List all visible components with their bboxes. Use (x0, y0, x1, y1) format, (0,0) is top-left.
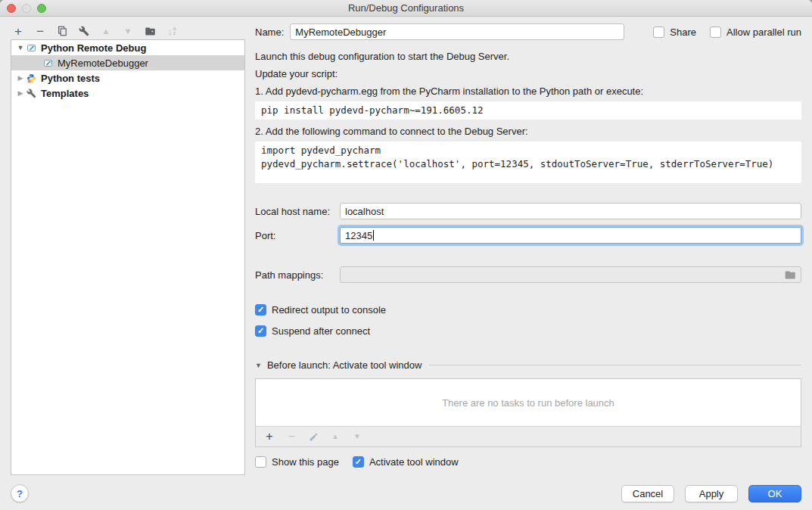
tree-item-label: MyRemoteDebugger (58, 58, 148, 69)
remove-task-button[interactable]: − (285, 431, 297, 443)
collapse-triangle-icon[interactable]: ▼ (255, 362, 262, 369)
remove-configuration-button[interactable]: − (34, 25, 46, 37)
cancel-button[interactable]: Cancel (621, 485, 674, 502)
add-task-button[interactable]: + (263, 431, 275, 443)
move-up-icon: ▲ (331, 433, 339, 440)
allow-parallel-run-label: Allow parallel run (726, 26, 801, 38)
edit-task-button[interactable] (307, 431, 319, 443)
minimize-window-button[interactable] (22, 4, 31, 13)
step1-text: 1. Add pydevd-pycharm.egg from the PyCha… (255, 86, 801, 97)
activate-tool-window-checkbox[interactable]: ✓ (353, 456, 364, 468)
redirect-output-label: Redirect output to console (272, 304, 386, 316)
folder-icon (785, 270, 796, 280)
collapse-arrow-icon[interactable]: ▶ (16, 89, 25, 97)
share-checkbox-group[interactable]: Share (653, 26, 696, 38)
copy-configuration-button[interactable] (56, 25, 68, 37)
apply-button[interactable]: Apply (685, 485, 738, 502)
zoom-window-button[interactable] (37, 4, 46, 13)
suspend-after-connect-label: Suspend after connect (272, 325, 370, 337)
section-divider (429, 365, 801, 365)
tasks-toolbar: + − ▲ ▼ (256, 426, 801, 446)
move-task-up-button[interactable]: ▲ (329, 431, 341, 443)
move-down-icon: ▼ (124, 27, 132, 36)
dialog-buttons: Cancel Apply OK (621, 485, 801, 502)
settrace-code-line1: import pydevd_pycharm (261, 144, 795, 157)
new-folder-icon (145, 26, 156, 37)
show-this-page-checkbox[interactable] (255, 456, 266, 468)
page-options-row: Show this page ✓ Activate tool window (255, 456, 801, 468)
tree-item-myremotedebugger[interactable]: MyRemoteDebugger (11, 55, 244, 70)
path-mappings-label: Path mappings: (255, 269, 340, 281)
intro-text: Launch this debug configuration to start… (255, 51, 801, 62)
move-task-down-button[interactable]: ▼ (351, 431, 363, 443)
local-host-name-label: Local host name: (255, 206, 340, 217)
title-bar[interactable]: Run/Debug Configurations (0, 0, 812, 17)
window-controls (7, 4, 46, 13)
tree-item-label: Python Remote Debug (41, 42, 146, 54)
create-folder-button[interactable] (144, 25, 156, 37)
sort-alphabetically-icon: ↓ (167, 26, 173, 36)
before-launch-tasks-panel: There are no tasks to run before launch … (255, 378, 801, 447)
tree-item-templates[interactable]: ▶ Templates (11, 86, 244, 101)
show-this-page-label: Show this page (272, 456, 339, 468)
sort-configurations-button[interactable]: ↓ az (166, 25, 178, 37)
remove-icon: − (288, 431, 294, 443)
wrench-icon (79, 26, 89, 36)
check-icon: ✓ (257, 327, 264, 335)
close-window-button[interactable] (7, 4, 16, 13)
pip-install-code: pip install pydevd-pycharm~=191.6605.12 (255, 101, 801, 120)
remove-icon: − (36, 25, 44, 38)
port-label: Port: (255, 230, 340, 241)
move-down-button[interactable]: ▼ (122, 25, 134, 37)
collapse-arrow-icon[interactable]: ▶ (16, 74, 25, 82)
run-debug-configurations-dialog: Run/Debug Configurations + − ▲ ▼ ↓ az ▼ … (0, 0, 812, 510)
edit-templates-button[interactable] (78, 25, 90, 37)
port-value: 12345 (345, 230, 372, 241)
check-icon: ✓ (257, 306, 264, 314)
before-launch-label: Before launch: Activate tool window (267, 359, 422, 371)
pencil-icon (309, 432, 319, 442)
suspend-after-connect-row[interactable]: ✓ Suspend after connect (255, 325, 801, 337)
name-label: Name: (255, 26, 284, 38)
ok-button[interactable]: OK (748, 485, 801, 502)
update-script-text: Update your script: (255, 68, 801, 79)
path-mappings-input (340, 266, 801, 283)
wrench-icon (26, 89, 38, 98)
help-icon: ? (17, 488, 23, 499)
redirect-output-row[interactable]: ✓ Redirect output to console (255, 304, 801, 316)
local-host-name-input[interactable] (340, 203, 801, 219)
share-checkbox[interactable] (653, 26, 664, 38)
settrace-code: import pydevd_pycharm pydevd_pycharm.set… (255, 141, 801, 183)
tree-item-python-remote-debug[interactable]: ▼ Python Remote Debug (11, 40, 244, 55)
expand-arrow-icon[interactable]: ▼ (16, 44, 25, 51)
configurations-toolbar: + − ▲ ▼ ↓ az (12, 23, 178, 39)
allow-parallel-run-checkbox[interactable] (710, 26, 721, 38)
name-input[interactable] (290, 23, 624, 40)
move-down-icon: ▼ (353, 433, 361, 440)
configuration-form: Name: Share Allow parallel run Launch th… (255, 23, 801, 468)
port-input[interactable]: 12345 (340, 227, 801, 244)
before-launch-header[interactable]: ▼ Before launch: Activate tool window (255, 359, 801, 371)
share-label: Share (670, 26, 696, 38)
configurations-tree: ▼ Python Remote Debug MyRemoteDebugger ▶… (11, 39, 245, 475)
check-icon: ✓ (355, 458, 362, 466)
run-config-icon (26, 43, 38, 53)
step2-text: 2. Add the following command to connect … (255, 126, 801, 137)
allow-parallel-run-checkbox-group[interactable]: Allow parallel run (710, 26, 801, 38)
move-up-button[interactable]: ▲ (100, 25, 112, 37)
tree-item-label: Templates (41, 88, 89, 99)
add-configuration-button[interactable]: + (12, 25, 24, 37)
copy-icon (57, 26, 67, 36)
suspend-after-connect-checkbox[interactable]: ✓ (255, 325, 266, 337)
tree-item-python-tests[interactable]: ▶ Python tests (11, 70, 244, 86)
move-up-icon: ▲ (102, 27, 110, 36)
window-title: Run/Debug Configurations (348, 2, 464, 14)
tree-item-label: Python tests (41, 73, 100, 84)
help-button[interactable]: ? (11, 484, 29, 502)
run-config-icon (43, 58, 54, 68)
text-cursor (373, 230, 374, 241)
add-icon: + (266, 431, 272, 443)
redirect-output-checkbox[interactable]: ✓ (255, 304, 266, 316)
python-icon (26, 73, 38, 83)
no-tasks-message: There are no tasks to run before launch (256, 379, 801, 426)
